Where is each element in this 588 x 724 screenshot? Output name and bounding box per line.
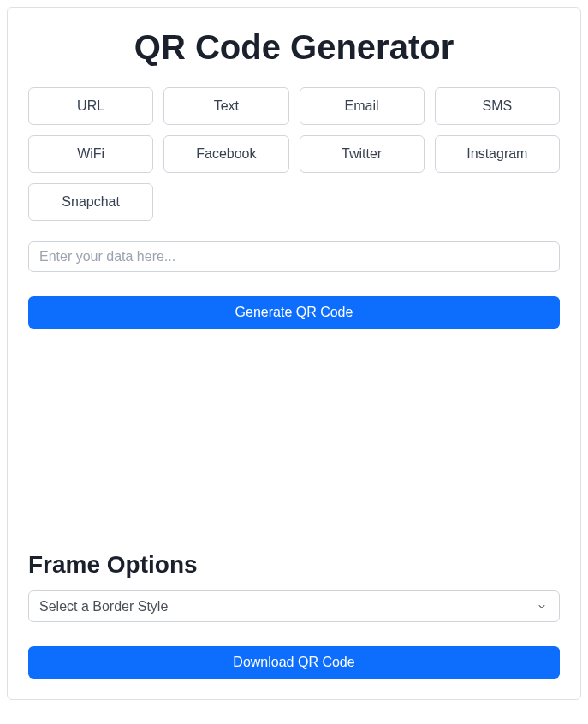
type-twitter-button[interactable]: Twitter [300,135,425,173]
border-style-select[interactable]: Select a Border Style [28,590,560,622]
frame-options-heading: Frame Options [28,551,560,579]
download-button[interactable]: Download QR Code [28,646,560,679]
type-sms-button[interactable]: SMS [435,87,560,125]
qr-generator-card: QR Code Generator URL Text Email SMS WiF… [7,7,581,700]
type-text-button[interactable]: Text [163,87,288,125]
type-facebook-button[interactable]: Facebook [163,135,288,173]
type-wifi-button[interactable]: WiFi [28,135,153,173]
type-instagram-button[interactable]: Instagram [435,135,560,173]
type-url-button[interactable]: URL [28,87,153,125]
page-title: QR Code Generator [28,28,560,67]
type-snapchat-button[interactable]: Snapchat [28,183,153,221]
data-input[interactable] [28,241,560,272]
qr-type-grid: URL Text Email SMS WiFi Facebook Twitter… [28,87,560,221]
qr-output-area [28,329,560,551]
type-email-button[interactable]: Email [300,87,425,125]
generate-button[interactable]: Generate QR Code [28,296,560,329]
